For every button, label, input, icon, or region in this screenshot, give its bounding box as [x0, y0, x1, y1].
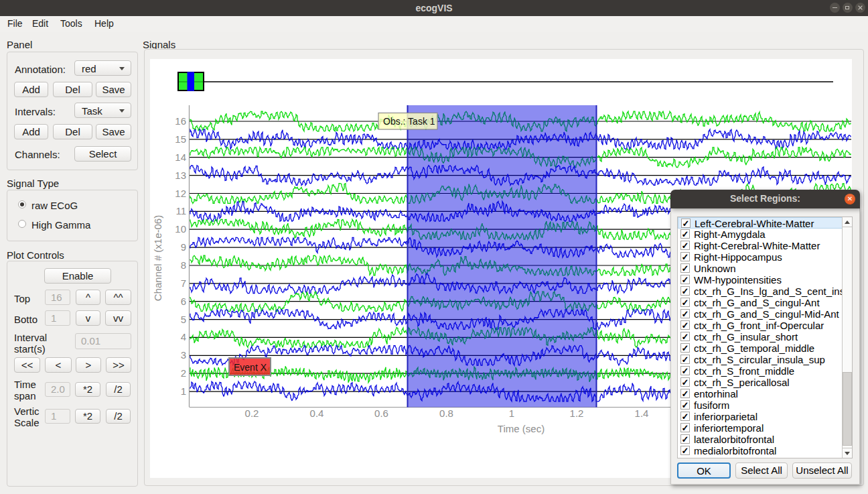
svg-text:14: 14 — [175, 151, 186, 163]
svg-text:3: 3 — [181, 349, 186, 361]
svg-text:4: 4 — [181, 331, 186, 343]
svg-text:1: 1 — [181, 385, 186, 397]
svg-text:16: 16 — [175, 115, 186, 127]
svg-text:0.4: 0.4 — [310, 408, 324, 419]
svg-text:9: 9 — [181, 241, 186, 253]
svg-text:10: 10 — [175, 223, 186, 235]
svg-text:11: 11 — [175, 205, 186, 217]
svg-text:Event X: Event X — [234, 362, 267, 373]
svg-text:Time (sec): Time (sec) — [498, 423, 545, 434]
svg-text:13: 13 — [175, 170, 186, 181]
svg-text:Obs.: Task 1: Obs.: Task 1 — [383, 116, 435, 127]
svg-text:Channel # (x1e-06): Channel # (x1e-06) — [152, 215, 163, 301]
svg-text:1: 1 — [509, 408, 514, 419]
svg-text:2: 2 — [181, 367, 186, 379]
svg-text:0.6: 0.6 — [374, 408, 388, 419]
svg-text:8: 8 — [181, 259, 186, 271]
svg-text:5: 5 — [181, 314, 186, 325]
svg-text:15: 15 — [175, 133, 186, 145]
svg-text:1.2: 1.2 — [570, 408, 584, 419]
svg-text:1.4: 1.4 — [635, 408, 649, 419]
svg-text:6: 6 — [181, 296, 186, 307]
svg-text:0.2: 0.2 — [245, 408, 259, 419]
svg-text:12: 12 — [175, 188, 186, 199]
svg-text:0.8: 0.8 — [439, 408, 453, 419]
svg-text:7: 7 — [181, 277, 186, 289]
